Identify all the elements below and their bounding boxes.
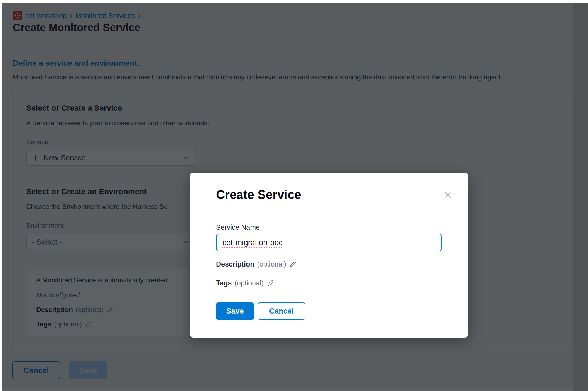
modal-tags-label: Tags [216, 279, 232, 287]
modal-tags-row: Tags (optional) [216, 279, 274, 287]
modal-cancel-button[interactable]: Cancel [258, 302, 305, 320]
create-service-modal: Create Service Service Name cet-migratio… [190, 173, 468, 338]
edit-pencil-icon[interactable] [289, 260, 297, 268]
modal-description-row: Description (optional) [216, 260, 297, 268]
service-name-label: Service Name [216, 223, 260, 231]
service-name-value: cet-migration-poc [222, 238, 283, 247]
service-name-input[interactable]: cet-migration-poc [216, 234, 442, 251]
window-top-edge [0, 0, 588, 3]
modal-description-optional: (optional) [257, 260, 286, 268]
modal-description-label: Description [216, 260, 254, 268]
modal-title: Create Service [216, 188, 301, 202]
modal-save-button[interactable]: Save [216, 302, 254, 320]
screenshot-root: cet-workshop › Monitored Services › Crea… [0, 0, 588, 391]
window-left-edge [0, 3, 2, 391]
modal-tags-optional: (optional) [235, 279, 264, 287]
close-icon[interactable] [442, 189, 453, 201]
text-caret [283, 238, 283, 248]
edit-pencil-icon[interactable] [266, 279, 274, 287]
